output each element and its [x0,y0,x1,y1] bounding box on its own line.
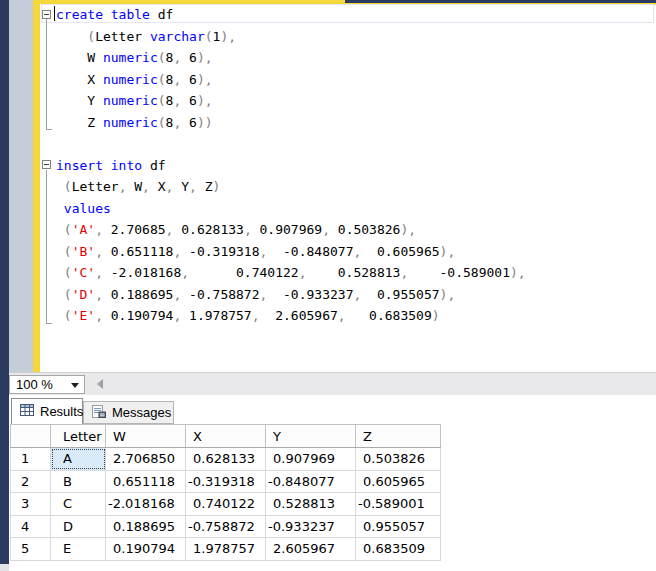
window-left-edge [0,0,9,564]
code-line[interactable]: ('E', 0.190794, 1.978757, 2.605967, 0.68… [56,305,526,327]
code-line[interactable]: values [56,198,526,220]
grid-cell[interactable]: 2.605967 [266,538,356,561]
grid-cell[interactable]: A [51,448,106,471]
grid-cell[interactable]: E [51,538,106,561]
code-line[interactable]: (Letter varchar(1), [56,26,526,48]
code-line[interactable]: ('A', 2.70685, 0.628133, 0.907969, 0.503… [56,219,526,241]
scroll-left-icon[interactable] [97,379,103,389]
messages-icon [92,405,106,421]
grid-row: 3C-2.0181680.7401220.528813-0.589001 [11,493,441,516]
code-line[interactable]: ('B', 0.651118, -0.319318, -0.848077, 0.… [56,241,526,263]
grid-cell[interactable]: -0.319318 [186,470,266,493]
grid-header-row: LetterWXYZ [11,425,441,448]
text-caret [54,6,55,21]
row-number-cell[interactable]: 1 [11,448,51,471]
grid-row: 2B0.651118-0.319318-0.8480770.605965 [11,470,441,493]
tab-messages-label: Messages [112,405,171,420]
grid-cell[interactable]: 2.706850 [106,448,186,471]
fold-region-line [46,19,47,129]
code-line[interactable] [56,133,526,155]
grid-cell[interactable]: 0.628133 [186,448,266,471]
row-number-cell[interactable]: 5 [11,538,51,561]
row-number-cell[interactable]: 4 [11,515,51,538]
grid-cell[interactable]: 0.907969 [266,448,356,471]
code-line[interactable]: Z numeric(8, 6)) [56,112,526,134]
grid-column-header[interactable]: X [186,425,266,448]
window-left-edge-footer [0,564,9,571]
code-line[interactable]: W numeric(8, 6), [56,47,526,69]
grid-cell[interactable]: -0.933237 [266,515,356,538]
fold-toggle-icon[interactable] [42,160,51,169]
chevron-down-icon[interactable] [71,383,79,388]
grid-cell[interactable]: 0.740122 [186,493,266,516]
results-grid-icon [20,404,34,419]
code-line[interactable]: (Letter, W, X, Y, Z) [56,176,526,198]
editor-bottom-bar: 100 % [9,372,656,395]
grid-cell[interactable]: 1.978757 [186,538,266,561]
grid-column-header[interactable]: W [106,425,186,448]
zoom-level-combo[interactable]: 100 % [9,375,85,394]
grid-cell[interactable]: 0.503826 [356,448,441,471]
code-line[interactable]: create table df [56,4,526,26]
grid-row: 4D0.188695-0.758872-0.9332370.955057 [11,515,441,538]
code-line[interactable]: ('D', 0.188695, -0.758872, -0.933237, 0.… [56,284,526,306]
grid-row: 5E0.1907941.9787572.6059670.683509 [11,538,441,561]
row-number-cell[interactable]: 2 [11,470,51,493]
tab-results[interactable]: Results [11,398,83,424]
code-line[interactable]: X numeric(8, 6), [56,69,526,91]
grid-corner-header[interactable] [11,425,51,448]
grid-cell[interactable]: D [51,515,106,538]
grid-row: 1A2.7068500.6281330.9079690.503826 [11,448,441,471]
editor-indicator-margin [9,0,33,372]
zoom-level-value: 100 % [16,377,53,392]
ssms-window: create table df (Letter varchar(1), W nu… [0,0,656,571]
grid-cell[interactable]: 0.955057 [356,515,441,538]
grid-cell[interactable]: 0.190794 [106,538,186,561]
grid-cell[interactable]: -0.848077 [266,470,356,493]
code-line[interactable]: Y numeric(8, 6), [56,90,526,112]
fold-region-line [46,170,47,323]
code-line[interactable] [56,348,526,370]
grid-cell[interactable]: -0.589001 [356,493,441,516]
code-line[interactable]: ('C', -2.018168, 0.740122, 0.528813, -0.… [56,262,526,284]
grid-cell[interactable]: 0.605965 [356,470,441,493]
track-changes-bar [33,0,40,372]
grid-cell[interactable]: B [51,470,106,493]
grid-column-header[interactable]: Letter [51,425,106,448]
grid-column-header[interactable]: Y [266,425,356,448]
grid-cell[interactable]: -2.018168 [106,493,186,516]
fold-region-end [46,323,52,324]
grid-cell[interactable]: 0.651118 [106,470,186,493]
grid-cell[interactable]: -0.758872 [186,515,266,538]
tab-results-label: Results [40,404,83,419]
tab-messages[interactable]: Messages [83,401,174,424]
code-line[interactable]: insert into df [56,155,526,177]
results-grid: LetterWXYZ 1A2.7068500.6281330.9079690.5… [10,424,441,561]
code-area[interactable]: create table df (Letter varchar(1), W nu… [56,4,526,372]
grid-column-header[interactable]: Z [356,425,441,448]
grid-cell[interactable]: 0.188695 [106,515,186,538]
fold-toggle-icon[interactable] [42,10,51,19]
sql-query-editor[interactable]: create table df (Letter varchar(1), W nu… [9,0,656,372]
results-pane: Results Messages LetterWXYZ 1A2.7068500.… [9,395,656,571]
grid-cell[interactable]: C [51,493,106,516]
grid-cell[interactable]: 0.528813 [266,493,356,516]
row-number-cell[interactable]: 3 [11,493,51,516]
code-line[interactable] [56,327,526,349]
grid-cell[interactable]: 0.683509 [356,538,441,561]
fold-region-end [46,129,52,130]
